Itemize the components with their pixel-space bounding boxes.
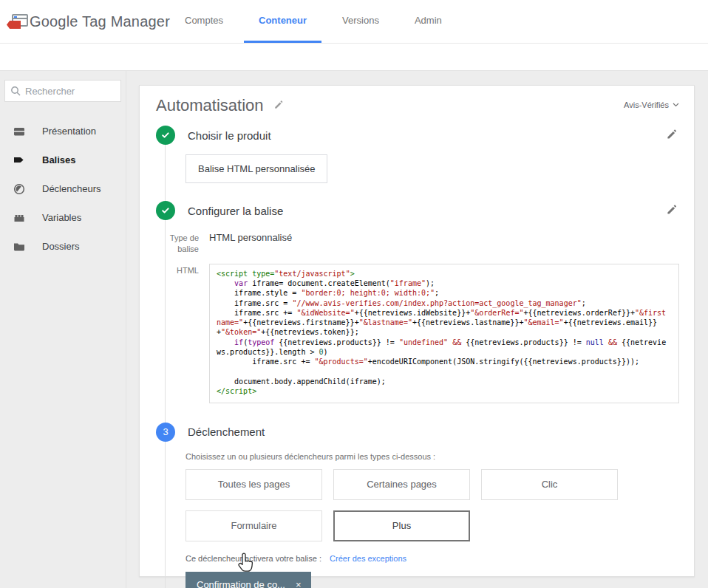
sidebar-item-variables[interactable]: Variables: [0, 203, 126, 232]
chevron-down-icon: [673, 103, 679, 107]
step2-header: Configurer la balise: [156, 201, 679, 220]
chip-close-icon[interactable]: ×: [296, 579, 302, 588]
edit-step1-pencil-icon[interactable]: [665, 127, 679, 144]
step3-header: 3 Déclenchement: [156, 423, 679, 442]
folder-icon: [13, 240, 26, 253]
tab-comptes[interactable]: Comptes: [170, 0, 238, 43]
trigger-certaines-pages[interactable]: Certaines pages: [333, 469, 470, 500]
sidebar-nav: Présentation Balises Déclencheurs: [0, 117, 126, 261]
tag-type-value: HTML personnalisé: [209, 231, 292, 255]
gtm-logo-icon: [12, 13, 21, 30]
search-icon: [10, 86, 21, 96]
tab-admin[interactable]: Admin: [400, 0, 457, 43]
step3-number-badge: 3: [156, 423, 175, 442]
sidebar-item-label: Déclencheurs: [42, 183, 101, 194]
sidebar-item-label: Balises: [42, 154, 76, 165]
search-input[interactable]: [4, 80, 121, 102]
tab-conteneur[interactable]: Conteneur: [244, 0, 321, 43]
app-header: Google Tag Manager Comptes Conteneur Ver…: [0, 0, 708, 44]
sidebar-item-presentation[interactable]: Présentation: [0, 117, 126, 146]
overview-icon: [13, 125, 26, 138]
tag-icon: [13, 154, 26, 167]
gtm-app: Google Tag Manager Comptes Conteneur Ver…: [0, 0, 708, 588]
steps-container: Choisir le produit Balise HTML personnal…: [156, 126, 679, 588]
variables-icon: [13, 211, 26, 225]
step2-done-check-icon: [156, 201, 175, 220]
trigger-options: Toutes les pages Certaines pages Clic Fo…: [185, 469, 679, 541]
sidebar-item-label: Présentation: [42, 126, 96, 137]
tag-type-label: Type de balise: [156, 231, 199, 255]
trigger-icon: [13, 182, 26, 196]
create-exceptions-link[interactable]: Créer des exceptions: [330, 554, 406, 563]
trigger-formulaire[interactable]: Formulaire: [185, 510, 322, 541]
main-nav-tabs: Comptes Conteneur Versions Admin: [170, 0, 457, 43]
content-area: Présentation Balises Déclencheurs: [0, 71, 708, 588]
subheader-bar: [0, 44, 708, 71]
tab-versions[interactable]: Versions: [327, 0, 394, 43]
step3-title: Déclenchement: [188, 425, 265, 438]
sidebar-item-label: Variables: [42, 212, 81, 223]
trigger-chip[interactable]: Confirmation de co... ×: [185, 572, 311, 588]
step1-title: Choisir le produit: [188, 129, 271, 142]
edit-step2-pencil-icon[interactable]: [665, 202, 679, 219]
page-title: Automatisation: [156, 96, 264, 115]
container-selector-dropdown[interactable]: Avis-Vérifiés: [624, 100, 679, 109]
trigger-chip-label: Confirmation de co...: [197, 579, 285, 588]
trigger-toutes-les-pages[interactable]: Toutes les pages: [185, 469, 322, 500]
product-button[interactable]: Balise HTML personnalisée: [185, 154, 327, 183]
sidebar-item-declencheurs[interactable]: Déclencheurs: [0, 174, 126, 203]
edit-title-pencil-icon[interactable]: [273, 98, 285, 114]
app-title: Google Tag Manager: [30, 13, 170, 30]
gtm-logo[interactable]: Google Tag Manager: [0, 0, 170, 43]
html-code-editor[interactable]: <script type="text/javascript"> var ifra…: [209, 264, 679, 403]
trigger-instruction: Choisissez un ou plusieurs déclencheurs …: [185, 452, 679, 461]
container-selector-label: Avis-Vérifiés: [624, 100, 669, 109]
tag-editor-card: Automatisation Avis-Vérifiés: [139, 85, 695, 577]
sidebar-item-label: Dossiers: [42, 241, 80, 252]
step1-done-check-icon: [156, 126, 175, 145]
sidebar: Présentation Balises Déclencheurs: [0, 71, 126, 588]
trigger-clic[interactable]: Clic: [481, 469, 618, 500]
step2-title: Configurer la balise: [188, 205, 283, 217]
sidebar-item-dossiers[interactable]: Dossiers: [0, 232, 126, 261]
trigger-plus[interactable]: Plus: [333, 510, 470, 541]
step1-header: Choisir le produit: [156, 126, 679, 145]
html-field-label: HTML: [156, 264, 199, 403]
activation-label: Ce déclencheur activera votre balise :: [185, 554, 321, 563]
sidebar-item-balises[interactable]: Balises: [0, 146, 126, 174]
